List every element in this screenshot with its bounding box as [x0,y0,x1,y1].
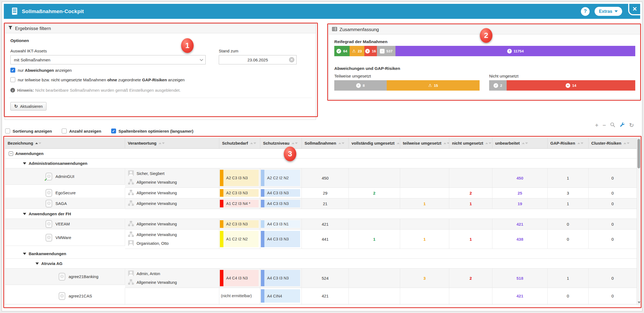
sort-desc-icon[interactable] [627,142,630,144]
unbearbeitet-value[interactable]: 421 [516,222,523,226]
filter-checkbox-1-checkbox[interactable]: ✓ [10,68,15,73]
sort-asc-icon[interactable] [577,142,580,144]
column-header-bezeichnung[interactable]: Bezeichnung [5,138,125,149]
unbearbeitet-value[interactable]: 450 [516,176,523,180]
sort-desc-icon[interactable] [489,142,491,144]
cell-bezeichnung: VEEAM [5,219,125,229]
sort-asc-icon[interactable] [522,142,525,144]
sort-desc-icon[interactable] [447,142,449,144]
sort-desc-icon[interactable] [39,142,41,144]
column-header-sollma-nahmen[interactable]: Sollmaßnahmen [302,138,349,149]
group-row-administrationsanwendungen[interactable]: Administrationsanwendungen [5,159,637,168]
group-row-anwendungen-der-fh[interactable]: Anwendungen der FH [5,209,637,219]
sort-asc-icon[interactable] [292,142,294,144]
sort-desc-icon[interactable] [525,142,528,144]
application-icon: ✓ [45,172,52,181]
group-label: Administrationsanwendungen [29,161,87,166]
filter-checkbox-2[interactable]: nur teilweise bzw. nicht umgesetzte Maßn… [10,77,185,82]
sort-asc-icon[interactable] [444,142,446,144]
gap-value: 1 [567,276,569,281]
column-header-schutzbedarf[interactable]: Schutzbedarf [219,138,260,149]
sort-desc-icon[interactable] [342,142,344,144]
cell-schutzbedarf: A3 C4 I3 N3 [219,304,260,305]
wrench-icon[interactable] [619,122,625,128]
column-header-nicht-umgesetzt[interactable]: nicht umgesetzt [449,138,492,149]
column-header-vollst-ndig-umgesetzt[interactable]: vollständig umgesetzt [349,138,400,149]
table-option-checkbox-3[interactable]: ✓Spaltenbreiten optimieren (langsamer) [111,129,193,133]
refresh-icon[interactable]: ↻ [629,122,634,128]
sort-icons [250,142,256,144]
column-header-cluster-risiken[interactable]: Cluster-Risiken [589,138,637,149]
help-button[interactable]: ? [581,7,590,16]
group-row-anwendungen[interactable]: −Anwendungen [5,149,637,159]
vertical-scrollbar[interactable] [637,138,641,305]
filter-checkbox-1[interactable]: ✓nur Abweichungen anzeigen [10,68,185,73]
column-header-schutzniveau[interactable]: Schutzniveau [260,138,302,149]
sort-asc-icon[interactable] [485,142,488,144]
table-row-vmware[interactable]: VMWareAllgemeine VerwaltungOrganisation,… [5,229,637,249]
sort-asc-icon[interactable] [624,142,626,144]
table-row-egosecure[interactable]: EgoSecureAllgemeine VerwaltungA2 C3 I3 N… [5,188,637,198]
table-row-agree21cas[interactable]: agree21CAS(nicht ermittelbar)A4 CIN44214… [5,288,637,304]
cell-soll: 524 [302,269,349,288]
search-icon[interactable] [610,122,615,128]
table-row-saga[interactable]: SAGAAllgemeine VerwaltungA1 C2 I3 N4 *A4… [5,198,637,209]
table-row-admingui[interactable]: ✓AdminGUISicher, SiegbertAllgemeine Verw… [5,168,637,188]
table-row-agree21ida[interactable]: ✓agree21IDAA3 C4 I3 N3A3 CIN346646600 [5,304,637,305]
sort-desc-icon[interactable] [253,142,256,144]
filter-checkbox-2-checkbox[interactable] [10,77,15,82]
table-option-checkbox-2-checkbox[interactable] [62,129,67,133]
table-option-checkbox-3-checkbox[interactable]: ✓ [111,129,116,133]
collapse-minus-icon[interactable]: − [602,122,606,128]
sort-asc-icon[interactable] [338,142,341,144]
label-part: ohne [107,77,117,82]
sort-asc-icon[interactable] [35,142,38,144]
triangle-down-icon[interactable] [23,213,26,215]
table-row-agree21banking[interactable]: agree21BankingAdmin, AntonAllgemeine Ver… [5,269,637,288]
table-option-checkbox-2[interactable]: Anzahl anzeigen [62,129,101,133]
sort-asc-icon[interactable] [159,142,161,144]
responsibility-list: Allgemeine VerwaltungOrganisation, Otto [125,229,219,249]
scrollbar-thumb[interactable] [637,139,640,168]
aktualisieren-button[interactable]: ↻ Aktualisieren [10,102,46,111]
sort-asc-icon[interactable] [250,142,253,144]
column-header-gap-risiken[interactable]: GAP-Risiken [548,138,589,149]
group-row-bankanwendungen[interactable]: Bankanwendungen [5,249,637,259]
close-button[interactable]: ✕ [628,4,640,15]
unbearbeitet-value[interactable]: 19 [518,201,522,206]
unbearbeitet-value[interactable]: 438 [516,237,523,242]
asset-name: AdminGUI [55,174,74,179]
column-header-verantwortung[interactable]: Verantwortung [125,138,219,149]
clear-date-icon[interactable]: ✕ [289,57,294,62]
ikt-assets-select[interactable]: mit Sollmaßnahmen [10,55,206,64]
stand-zum-input[interactable]: 23.06.2025 ✕ [219,55,297,64]
table-option-checkbox-1-checkbox[interactable] [5,129,10,133]
triangle-down-icon[interactable] [23,162,26,165]
voll-value: 1 [373,237,375,242]
check-circle-icon: ✓ [336,49,341,53]
extras-button[interactable]: Extras [595,7,622,16]
scrollbar-down-arrow-icon[interactable] [638,302,640,303]
aktualisieren-label: Aktualisieren [20,104,43,109]
expand-plus-icon[interactable]: + [595,122,598,128]
responsibility-item: Allgemeine Verwaltung [128,189,216,196]
table-option-checkbox-1[interactable]: Sortierung anzeigen [5,129,52,133]
sort-desc-icon[interactable] [295,142,298,144]
group-row-atruvia-ag[interactable]: Atruvia AG [5,259,637,269]
unbearbeitet-value[interactable]: 25 [518,191,522,195]
column-header-unbearbeitet[interactable]: unbearbeitet [492,138,548,149]
triangle-down-icon[interactable] [23,253,26,255]
triangle-down-icon[interactable] [36,263,39,265]
unbearbeitet-value[interactable]: 518 [516,276,523,281]
collapse-minus-icon[interactable]: − [9,151,13,156]
sort-asc-icon[interactable] [397,142,400,144]
not-label: Nicht umgesetzt [489,74,519,78]
table-row-veeam[interactable]: VEEAMAllgemeine VerwaltungA2 C3 I3 N3A4 … [5,219,637,229]
sort-desc-icon[interactable] [162,142,165,144]
gap-value: 0 [567,222,569,226]
sort-desc-icon[interactable] [581,142,583,144]
column-header-teilweise-umgesetzt[interactable]: teilweise umgesetzt [400,138,449,149]
unbearbeitet-value[interactable]: 421 [516,294,523,298]
table-toolbar-icons: + − ↻ [595,122,634,128]
schutzniveau-value: A2 C2 I2 N2 [264,170,300,186]
